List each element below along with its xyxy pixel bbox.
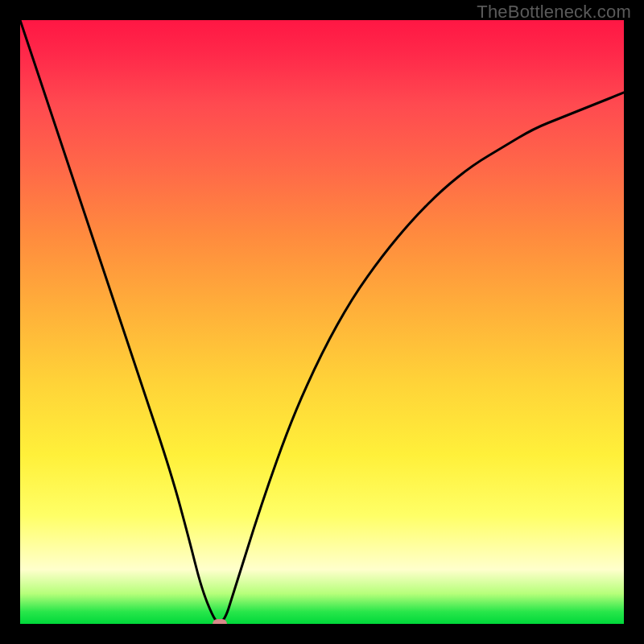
plot-area — [20, 20, 624, 624]
optimal-point-marker — [213, 619, 227, 624]
chart-frame: TheBottleneck.com — [0, 0, 644, 644]
watermark-text: TheBottleneck.com — [477, 2, 631, 23]
bottleneck-curve — [20, 20, 624, 624]
